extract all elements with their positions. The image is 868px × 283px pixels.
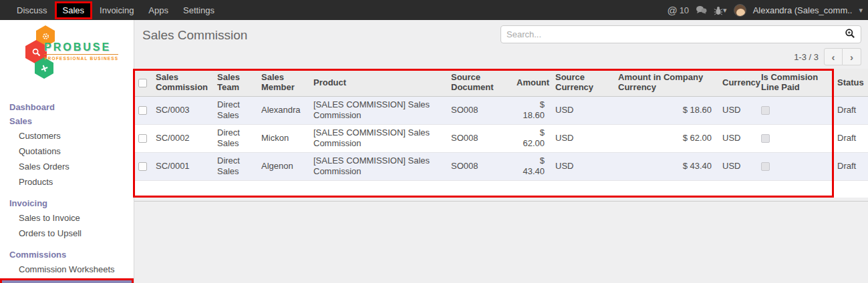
search-box xyxy=(500,25,861,43)
table-bottom-divider xyxy=(134,201,868,202)
pager-range: 1-3 / 3 xyxy=(794,52,819,62)
table-row[interactable]: SC/0003 Direct Sales Alexandra [SALES CO… xyxy=(134,96,868,124)
column-header-currency[interactable]: Currency xyxy=(717,69,756,96)
sidebar-item-quotations[interactable]: Quotations xyxy=(0,144,134,159)
sidebar-item-sales-commissions-lines[interactable]: Sales Commissions Lines xyxy=(0,278,134,283)
column-header-amount-company-currency[interactable]: Amount in Company Currency xyxy=(613,69,717,96)
pager: 1-3 / 3 ‹ › xyxy=(794,48,861,65)
select-all-checkbox[interactable] xyxy=(138,79,147,87)
chevron-down-icon: ▾ xyxy=(723,6,727,15)
column-header-source-document[interactable]: Source Document xyxy=(446,69,511,96)
sidebar-nav: Dashboard Sales Customers Quotations Sal… xyxy=(0,87,134,283)
sidebar-item-sales-orders[interactable]: Sales Orders xyxy=(0,159,134,174)
column-header-sales-commission[interactable]: Sales Commission xyxy=(150,69,212,96)
empty-row xyxy=(134,180,868,198)
page-title: Sales Commission xyxy=(142,28,247,43)
cell-amount-company: $ 62.00 xyxy=(613,124,717,152)
cell-currency: USD xyxy=(717,124,756,152)
sidebar-item-invoicing[interactable]: Invoicing xyxy=(0,196,134,210)
column-header-product[interactable]: Product xyxy=(308,69,446,96)
cell-product: [SALES COMMISSION] Sales Commission xyxy=(308,124,446,152)
main-content: Sales Commission 1-3 / 3 ‹ › xyxy=(134,20,868,283)
brand-tagline: PROFESSIONAL BUSINESS xyxy=(44,54,118,61)
cell-member: Algenon xyxy=(256,152,308,180)
avatar xyxy=(734,4,746,17)
cell-status: Draft xyxy=(832,124,868,152)
cell-status: Draft xyxy=(832,96,868,124)
cell-source-document: SO008 xyxy=(446,152,511,180)
table-row[interactable]: SC/0001 Direct Sales Algenon [SALES COMM… xyxy=(134,152,868,180)
top-navbar: Discuss Sales Invoicing Apps Settings @ … xyxy=(0,0,868,20)
cell-member: Mickon xyxy=(256,124,308,152)
nav-apps[interactable]: Apps xyxy=(141,2,176,19)
cell-product: [SALES COMMISSION] Sales Commission xyxy=(308,96,446,124)
column-header-is-commision-line-paid[interactable]: Is Commision Line Paid xyxy=(756,69,832,96)
messages-icon[interactable] xyxy=(696,5,707,15)
row-select-checkbox[interactable] xyxy=(138,134,147,143)
search-button[interactable] xyxy=(839,28,861,41)
paid-checkbox xyxy=(761,162,770,171)
brand-name: PROBUSE xyxy=(44,41,118,53)
nav-discuss[interactable]: Discuss xyxy=(9,2,55,19)
at-icon: @ xyxy=(667,5,677,15)
cell-currency: USD xyxy=(717,96,756,124)
cell-amount: $ 43.40 xyxy=(511,152,550,180)
cell-team: Direct Sales xyxy=(212,96,256,124)
paid-checkbox xyxy=(761,134,770,143)
sidebar-item-products[interactable]: Products xyxy=(0,174,134,190)
cell-product: [SALES COMMISSION] Sales Commission xyxy=(308,152,446,180)
cell-source-currency: USD xyxy=(550,152,613,180)
column-header-status[interactable]: Status xyxy=(832,69,868,96)
pager-previous-button[interactable]: ‹ xyxy=(824,48,843,65)
sidebar-item-dashboard[interactable]: Dashboard xyxy=(0,100,134,114)
search-input[interactable] xyxy=(501,29,839,39)
search-icon xyxy=(845,28,855,41)
cell-source-currency: USD xyxy=(550,96,613,124)
cell-status: Draft xyxy=(832,152,868,180)
control-panel: Sales Commission 1-3 / 3 ‹ › xyxy=(134,20,868,69)
nav-settings[interactable]: Settings xyxy=(176,2,222,19)
cell-currency: USD xyxy=(717,152,756,180)
paid-checkbox xyxy=(761,106,770,115)
cell-team: Direct Sales xyxy=(212,124,256,152)
sidebar-item-commissions[interactable]: Commissions xyxy=(0,248,134,262)
cell-amount: $ 62.00 xyxy=(511,124,550,152)
sidebar: PROBUSE PROFESSIONAL BUSINESS Dashboard … xyxy=(0,20,134,283)
column-header-sales-member[interactable]: Sales Member xyxy=(256,69,308,96)
sidebar-item-orders-to-upsell[interactable]: Orders to Upsell xyxy=(0,226,134,241)
pager-next-button[interactable]: › xyxy=(843,48,861,65)
cell-amount-company: $ 43.40 xyxy=(613,152,717,180)
mention-count: 10 xyxy=(680,5,689,15)
cell-name: SC/0001 xyxy=(150,152,212,180)
cell-source-document: SO008 xyxy=(446,96,511,124)
table-row[interactable]: SC/0002 Direct Sales Mickon [SALES COMMI… xyxy=(134,124,868,152)
cell-amount: $ 18.60 xyxy=(511,96,550,124)
table-header-row: Sales Commission Sales Team Sales Member… xyxy=(134,69,868,96)
row-select-checkbox[interactable] xyxy=(138,162,147,171)
cell-name: SC/0003 xyxy=(150,96,212,124)
row-select-checkbox[interactable] xyxy=(138,106,147,115)
column-header-sales-team[interactable]: Sales Team xyxy=(212,69,256,96)
cell-member: Alexandra xyxy=(256,96,308,124)
column-header-amount[interactable]: Amount xyxy=(511,69,550,96)
chevron-down-icon: ▾ xyxy=(859,6,863,15)
sidebar-item-commission-worksheets[interactable]: Commission Worksheets xyxy=(0,262,134,277)
cell-name: SC/0002 xyxy=(150,124,212,152)
topbar-right: @ 10 ▾ Alexandra (Sales_comm.. ▾ xyxy=(667,4,863,17)
sidebar-item-customers[interactable]: Customers xyxy=(0,128,134,144)
app-menus: Discuss Sales Invoicing Apps Settings xyxy=(9,0,222,20)
mentions-button[interactable]: @ 10 xyxy=(667,5,689,15)
sidebar-item-sales-to-invoice[interactable]: Sales to Invoice xyxy=(0,210,134,226)
sidebar-item-sales[interactable]: Sales xyxy=(0,114,134,128)
debug-menu-button[interactable]: ▾ xyxy=(714,5,727,15)
cell-amount-company: $ 18.60 xyxy=(613,96,717,124)
cell-source-document: SO008 xyxy=(446,124,511,152)
cell-source-currency: USD xyxy=(550,124,613,152)
cell-team: Direct Sales xyxy=(212,152,256,180)
nav-invoicing[interactable]: Invoicing xyxy=(92,2,141,19)
commission-table: Sales Commission Sales Team Sales Member… xyxy=(134,69,868,198)
nav-sales[interactable]: Sales xyxy=(55,1,93,19)
column-header-source-currency[interactable]: Source Currency xyxy=(550,69,613,96)
probuse-logo: PROBUSE PROFESSIONAL BUSINESS xyxy=(0,24,134,81)
user-menu[interactable]: Alexandra (Sales_comm.. xyxy=(753,5,853,15)
